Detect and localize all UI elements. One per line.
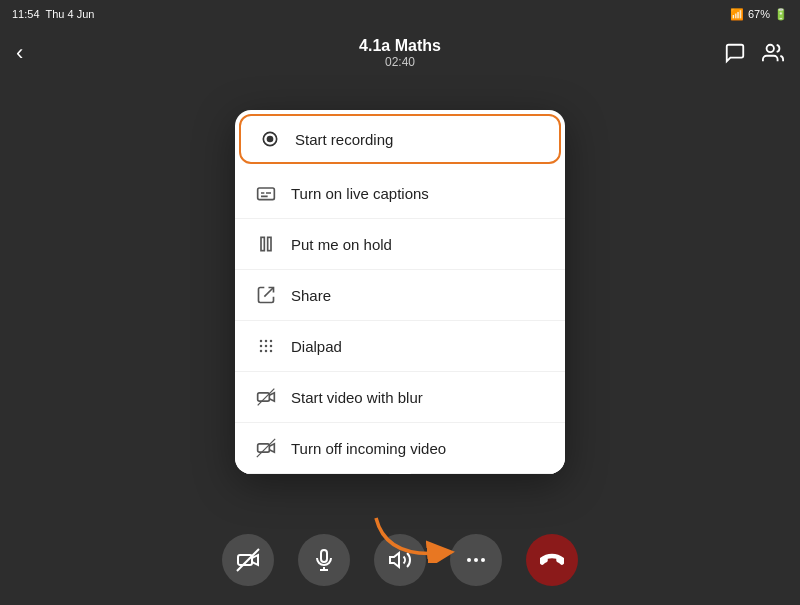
top-icons [724,42,784,64]
svg-point-10 [265,340,268,343]
svg-rect-3 [258,188,275,200]
dialpad-icon [255,335,277,357]
svg-point-29 [474,558,478,562]
battery-icon: 🔋 [774,8,788,21]
video-mute-button[interactable] [222,534,274,586]
status-bar: 11:54 Thu 4 Jun 📶 67% 🔋 [0,0,800,28]
hold-icon [255,233,277,255]
video-off-icon [255,437,277,459]
svg-point-17 [270,350,273,353]
menu-item-start-recording[interactable]: Start recording [239,114,561,164]
svg-point-12 [260,345,263,348]
captions-icon [255,182,277,204]
svg-point-9 [260,340,263,343]
svg-point-28 [467,558,471,562]
menu-label-share: Share [291,287,331,304]
top-bar: ‹ 4.1a Maths 02:40 [0,28,800,78]
popup-menu: Start recording Turn on live captions Pu… [235,110,565,474]
svg-rect-24 [321,550,327,562]
title-group: 4.1a Maths 02:40 [359,37,441,69]
share-icon [255,284,277,306]
battery-label: 67% [748,8,770,20]
menu-label-start-video-blur: Start video with blur [291,389,423,406]
menu-item-turn-off-incoming[interactable]: Turn off incoming video [235,423,565,474]
popup-caret [388,472,412,474]
svg-line-19 [258,389,275,406]
people-icon[interactable] [762,42,784,64]
svg-point-14 [270,345,273,348]
svg-point-0 [767,45,774,52]
call-duration: 02:40 [359,55,441,69]
menu-item-live-captions[interactable]: Turn on live captions [235,168,565,219]
record-icon [259,128,281,150]
svg-point-15 [260,350,263,353]
svg-point-30 [481,558,485,562]
svg-point-13 [265,345,268,348]
svg-rect-7 [261,237,264,250]
status-left: 11:54 Thu 4 Jun [12,8,94,20]
time-label: 11:54 [12,8,40,20]
call-title: 4.1a Maths [359,37,441,55]
menu-item-start-video-blur[interactable]: Start video with blur [235,372,565,423]
status-right: 📶 67% 🔋 [730,8,788,21]
svg-point-16 [265,350,268,353]
svg-line-23 [237,549,259,571]
wifi-icon: 📶 [730,8,744,21]
day-label: Thu 4 Jun [46,8,95,20]
menu-item-dialpad[interactable]: Dialpad [235,321,565,372]
menu-label-dialpad: Dialpad [291,338,342,355]
svg-point-11 [270,340,273,343]
chat-icon[interactable] [724,42,746,64]
mic-button[interactable] [298,534,350,586]
svg-point-2 [267,136,274,143]
menu-label-start-recording: Start recording [295,131,393,148]
video-blur-icon [255,386,277,408]
svg-rect-8 [268,237,271,250]
svg-line-21 [257,439,275,457]
arrow-annotation [366,508,456,563]
more-button[interactable] [450,534,502,586]
menu-item-put-on-hold[interactable]: Put me on hold [235,219,565,270]
end-call-button[interactable] [526,534,578,586]
menu-item-share[interactable]: Share [235,270,565,321]
back-button[interactable]: ‹ [16,40,23,66]
menu-label-live-captions: Turn on live captions [291,185,429,202]
menu-label-turn-off-incoming: Turn off incoming video [291,440,446,457]
menu-label-put-on-hold: Put me on hold [291,236,392,253]
